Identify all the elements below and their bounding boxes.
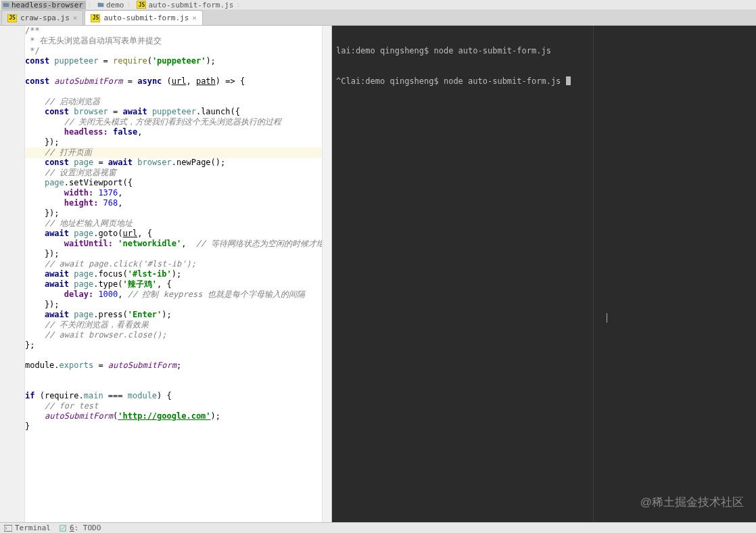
bc-project[interactable]: headless-browser	[1, 1, 86, 9]
code-line[interactable]: // 关闭无头模式，方便我们看到这个无头浏览器执行的过程	[25, 117, 322, 127]
code-line[interactable]: await page.type('辣子鸡', {	[25, 279, 322, 289]
terminal-icon	[4, 525, 12, 532]
close-icon[interactable]: ×	[192, 14, 197, 22]
code-line[interactable]: // await page.click('#lst-ib');	[25, 259, 322, 269]
code-line[interactable]: * 在无头浏览器自动填写表单并提交	[25, 36, 322, 46]
code-line[interactable]: width: 1376,	[25, 188, 322, 198]
code-line[interactable]: delay: 1000, // 控制 keypress 也就是每个字母输入的间隔	[25, 289, 322, 300]
chevron-right-icon: 〉	[86, 1, 96, 9]
bc-label: auto-submit-form.js	[148, 1, 233, 9]
tab-label: craw-spa.js	[20, 14, 70, 22]
chevron-right-icon: 〉	[235, 1, 245, 9]
close-icon[interactable]: ×	[73, 14, 78, 22]
terminal-split-divider[interactable]	[593, 26, 594, 522]
code-area[interactable]: /** * 在无头浏览器自动填写表单并提交 */const puppeteer …	[25, 26, 322, 522]
code-line[interactable]: height: 768,	[25, 198, 322, 208]
terminal-cursor	[566, 76, 571, 85]
folder-icon	[97, 1, 104, 8]
bc-label: demo	[106, 1, 124, 9]
tab-auto-submit-form[interactable]: JS auto-submit-form.js ×	[85, 10, 202, 25]
tab-craw-spa[interactable]: JS craw-spa.js ×	[1, 10, 83, 25]
code-line[interactable]: const puppeteer = require('puppeteer');	[25, 56, 322, 66]
code-line[interactable]: const browser = await puppeteer.launch({	[25, 107, 322, 117]
terminal-line: lai:demo qingsheng$ node auto-submit-for…	[336, 46, 752, 56]
js-file-icon: JS	[7, 14, 17, 22]
code-line[interactable]: const autoSubmitForm = async (url, path)…	[25, 76, 322, 87]
code-line[interactable]	[25, 371, 322, 381]
chevron-right-icon: 〉	[125, 1, 135, 9]
code-line[interactable]: // await browser.close();	[25, 330, 322, 340]
breadcrumb: headless-browser 〉 demo 〉 JS auto-submit…	[0, 0, 756, 9]
todo-icon	[59, 525, 67, 532]
code-line[interactable]: headless: false,	[25, 127, 322, 137]
code-line[interactable]: waitUntil: 'networkidle', // 等待网络状态为空闲的时…	[25, 239, 322, 249]
code-line[interactable]	[25, 66, 322, 76]
code-line[interactable]: await page.focus('#lst-ib');	[25, 269, 322, 279]
code-line[interactable]: // for test	[25, 401, 322, 411]
bottom-tab-label: Terminal	[15, 524, 51, 532]
text-caret-icon	[607, 313, 607, 323]
code-line[interactable]: });	[25, 137, 322, 147]
watermark: @稀土掘金技术社区	[640, 497, 744, 507]
terminal-text: ^Clai:demo qingsheng$ node auto-submit-f…	[336, 76, 566, 86]
js-file-icon: JS	[91, 14, 100, 22]
code-line[interactable]: }	[25, 421, 322, 432]
code-line[interactable]: });	[25, 208, 322, 218]
tab-label: auto-submit-form.js	[103, 14, 189, 22]
code-line[interactable]: if (require.main === module) {	[25, 391, 322, 401]
code-line[interactable]	[25, 87, 322, 97]
code-line[interactable]: autoSubmitForm('http://google.com');	[25, 411, 322, 421]
editor-tabs: JS craw-spa.js × JS auto-submit-form.js …	[0, 9, 756, 26]
bc-folder-demo[interactable]: demo	[96, 1, 126, 9]
bottom-tab-label: 6: TODO	[70, 524, 101, 532]
code-line[interactable]: });	[25, 300, 322, 310]
code-line[interactable]: page.setViewport({	[25, 178, 322, 188]
bc-label: headless-browser	[11, 1, 83, 9]
code-line[interactable]: // 启动浏览器	[25, 97, 322, 107]
bottom-tab-terminal[interactable]: Terminal	[4, 524, 51, 532]
code-line[interactable]: module.exports = autoSubmitForm;	[25, 361, 322, 371]
svg-rect-0	[4, 525, 12, 531]
editor-pane: /** * 在无头浏览器自动填写表单并提交 */const puppeteer …	[0, 26, 332, 522]
code-line[interactable]: */	[25, 46, 322, 56]
main-split: /** * 在无头浏览器自动填写表单并提交 */const puppeteer …	[0, 26, 756, 522]
code-line[interactable]: };	[25, 340, 322, 350]
code-line[interactable]: const page = await browser.newPage();	[25, 158, 322, 168]
minimap[interactable]	[322, 26, 331, 522]
editor-gutter[interactable]	[0, 26, 25, 522]
code-line[interactable]: });	[25, 249, 322, 259]
code-line[interactable]: await page.goto(url, {	[25, 229, 322, 239]
js-file-icon: JS	[137, 1, 146, 9]
bc-file[interactable]: JS auto-submit-form.js	[135, 1, 235, 9]
code-line[interactable]: // 地址栏输入网页地址	[25, 218, 322, 229]
code-line[interactable]	[25, 381, 322, 391]
folder-icon	[3, 1, 9, 8]
code-line[interactable]: await page.press('Enter');	[25, 310, 322, 320]
bottom-tab-todo[interactable]: 6: TODO	[59, 524, 101, 532]
code-line[interactable]: // 设置浏览器视窗	[25, 168, 322, 178]
terminal-line: ^Clai:demo qingsheng$ node auto-submit-f…	[336, 76, 752, 87]
terminal-pane[interactable]: lai:demo qingsheng$ node auto-submit-for…	[332, 26, 756, 522]
code-line[interactable]	[25, 350, 322, 361]
bottom-toolbar: Terminal 6: TODO	[0, 522, 756, 533]
code-line[interactable]: // 不关闭浏览器，看看效果	[25, 320, 322, 330]
code-line[interactable]: /**	[25, 26, 322, 36]
code-line[interactable]: // 打开页面	[25, 147, 322, 158]
